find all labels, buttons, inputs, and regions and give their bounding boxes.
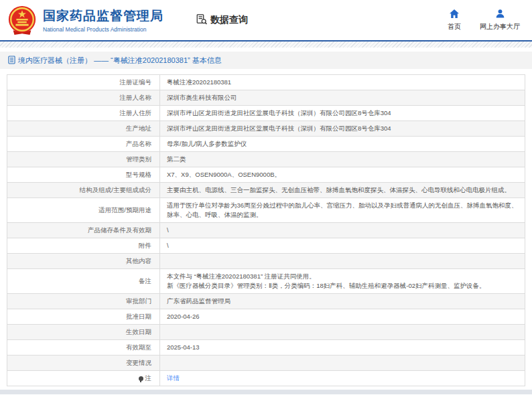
- field-label-text: 结构及组成/主要组成成分: [80, 186, 151, 193]
- nav-home-label: 首页: [448, 22, 461, 31]
- field-label: 变更情况: [7, 356, 160, 371]
- home-icon: [449, 9, 460, 22]
- table-row: 生效日期: [7, 325, 525, 340]
- field-label-text: 注: [145, 374, 152, 382]
- data-query-label: 数据查询: [210, 14, 248, 26]
- table-row: 审批部门 广东省药品监督管理局: [7, 294, 525, 309]
- field-label: 注册证编号: [7, 75, 160, 90]
- brand[interactable]: 国家药品监督管理局 National Medical Products Admi…: [7, 5, 163, 35]
- note-icon: [139, 376, 143, 381]
- agency-subtitle: National Medical Products Administration: [43, 26, 163, 33]
- field-value-text: 适用于医疗单位对孕龄为36周至分娩过程中的胎儿心率、宫缩压力、胎动以及孕妇或普通…: [167, 202, 518, 218]
- table-row: 注册人住所 深圳市坪山区龙田街道龙田社区堂展电子科技（深圳）有限公司园区8号仓库…: [7, 106, 525, 121]
- field-label: 备注: [7, 269, 160, 294]
- data-query-title: 数据查询: [196, 13, 248, 27]
- field-label-text: 注册证编号: [120, 78, 152, 86]
- field-value: 深圳市坪山区龙田街道龙田社区堂展电子科技（深圳）有限公司园区8号仓库304: [160, 106, 525, 121]
- field-label-text: 变更情况: [126, 359, 151, 366]
- site-header: 国家药品监督管理局 National Medical Products Admi…: [0, 0, 532, 42]
- field-value-text: \: [167, 226, 169, 234]
- info-table-body: 注册证编号 粤械注准20202180381 注册人名称 深圳市奥生科技有限公司 …: [7, 75, 525, 386]
- field-label: 生效日期: [7, 325, 160, 340]
- field-label-text: 管理类别: [126, 155, 151, 163]
- field-value-text: 深圳市坪山区龙田街道龙田社区堂展电子科技（深圳）有限公司园区8号仓库304: [167, 109, 391, 116]
- detail-link[interactable]: 详情: [167, 374, 180, 382]
- field-label-text: 产品名称: [126, 140, 151, 147]
- table-row: 注册人名称 深圳市奥生科技有限公司: [7, 90, 525, 106]
- field-label: 其他内容: [7, 254, 160, 269]
- field-label: 审批部门: [7, 294, 160, 309]
- field-value: 本文件与 “粤械注准20202180381” 注册证共同使用。 新《医疗器械分类…: [160, 269, 525, 294]
- nav-service-hall[interactable]: 网上办事大厅: [480, 9, 520, 31]
- field-label: 型号规格: [7, 167, 160, 183]
- field-value: 广东省药品监督管理局: [160, 294, 525, 309]
- field-value: [160, 254, 525, 269]
- table-row: 适用范围/预期用途 适用于医疗单位对孕龄为36周至分娩过程中的胎儿心率、宫缩压力…: [7, 198, 525, 223]
- field-label-text: 生产地址: [126, 125, 151, 132]
- field-value: [160, 356, 525, 371]
- field-label: 适用范围/预期用途: [7, 198, 160, 223]
- field-value-text: 广东省药品监督管理局: [167, 297, 230, 305]
- table-row: 变更情况: [7, 356, 525, 371]
- header-nav: 首页 网上办事大厅: [448, 9, 520, 31]
- agency-title: 国家药品监督管理局: [43, 7, 163, 25]
- field-value: 主要由主机、电源线、三合一胎监探头、无创血压袖带、脉搏血氧饱和度探头、体温探头、…: [160, 183, 525, 198]
- field-value: 第二类: [160, 152, 525, 167]
- field-value-text: X7、X9、OSEN9000A、OSEN9000B。: [167, 171, 281, 178]
- field-value-text: 深圳市奥生科技有限公司: [167, 94, 237, 101]
- field-value: 2020-04-26: [160, 309, 525, 325]
- field-value-text: 本文件与 “粤械注准20202180381” 注册证共同使用。 新《医疗器械分类…: [167, 272, 485, 289]
- field-label-text: 产品储存条件及有效期: [88, 226, 151, 234]
- field-label-text: 其他内容: [126, 257, 151, 264]
- brand-text: 国家药品监督管理局 National Medical Products Admi…: [43, 7, 163, 33]
- field-label-text: 有效期至: [126, 343, 151, 351]
- table-row: 产品储存条件及有效期 \: [7, 223, 525, 238]
- field-value: [160, 325, 525, 340]
- national-emblem-logo: [7, 5, 38, 35]
- field-value-text: 2020-04-26: [167, 313, 200, 320]
- field-value-text: 深圳市坪山区龙田街道龙田社区堂展电子科技（深圳）有限公司园区8号仓库304: [167, 125, 391, 132]
- table-row: 管理类别 第二类: [7, 152, 525, 167]
- field-label-text: 批准日期: [126, 313, 151, 320]
- breadcrumb: 境内医疗器械（注册） —— “粤械注准20202180381” 基本信息: [0, 52, 532, 69]
- field-label-text: 注册人住所: [120, 109, 152, 116]
- field-label: 产品储存条件及有效期: [7, 223, 160, 238]
- field-label-text: 附件: [139, 242, 151, 249]
- field-value-text: 第二类: [167, 155, 186, 163]
- field-label: 注册人住所: [7, 106, 160, 121]
- field-value: X7、X9、OSEN9000A、OSEN9000B。: [160, 167, 525, 183]
- nav-home[interactable]: 首页: [448, 9, 461, 31]
- field-value: \: [160, 223, 525, 238]
- field-label: 批准日期: [7, 309, 160, 325]
- table-row: 其他内容: [7, 254, 525, 269]
- field-value: 适用于医疗单位对孕龄为36周至分娩过程中的胎儿心率、宫缩压力、胎动以及孕妇或普通…: [160, 198, 525, 223]
- field-value: 母亲/胎儿/病人多参数监护仪: [160, 137, 525, 152]
- field-value: 深圳市坪山区龙田街道龙田社区堂展电子科技（深圳）有限公司园区8号仓库304: [160, 121, 525, 137]
- person-icon: [495, 9, 505, 22]
- field-value-text: 主要由主机、电源线、三合一胎监探头、无创血压袖带、脉搏血氧饱和度探头、体温探头、…: [167, 186, 511, 193]
- field-label: 有效期至: [7, 340, 160, 356]
- nav-service-hall-label: 网上办事大厅: [480, 22, 520, 31]
- field-label: 管理类别: [7, 152, 160, 167]
- footer-bar: [0, 390, 532, 394]
- field-value: 深圳市奥生科技有限公司: [160, 90, 525, 106]
- table-row: 注 详情: [7, 371, 525, 386]
- table-row: 附件 \: [7, 238, 525, 254]
- field-label: 生产地址: [7, 121, 160, 137]
- table-row: 备注 本文件与 “粤械注准20202180381” 注册证共同使用。 新《医疗器…: [7, 269, 525, 294]
- info-table: 注册证编号 粤械注准20202180381 注册人名称 深圳市奥生科技有限公司 …: [7, 74, 525, 386]
- doc-search-icon: [196, 13, 210, 27]
- field-label-text: 备注: [139, 277, 151, 285]
- field-label: 注册人名称: [7, 90, 160, 106]
- field-value-text: \: [167, 242, 169, 249]
- field-label-text: 生效日期: [126, 328, 151, 335]
- table-row: 注册证编号 粤械注准20202180381: [7, 75, 525, 90]
- field-label-text: 审批部门: [126, 297, 151, 305]
- field-value-text: 母亲/胎儿/病人多参数监护仪: [167, 140, 247, 147]
- field-label: 注: [7, 371, 160, 386]
- field-label-text: 适用范围/预期用途: [98, 206, 151, 214]
- table-row: 型号规格 X7、X9、OSEN9000A、OSEN9000B。: [7, 167, 525, 183]
- field-value: 粤械注准20202180381: [160, 75, 525, 90]
- field-value: 2025-04-13: [160, 340, 525, 356]
- field-label-text: 型号规格: [126, 171, 151, 178]
